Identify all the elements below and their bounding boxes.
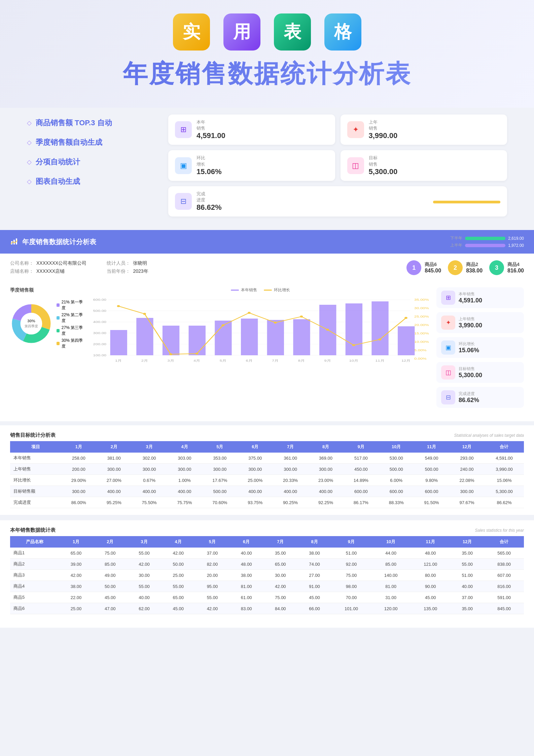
cell-value: 838.00 [484, 559, 524, 570]
legend-q1: 21% 第一季度 [57, 299, 84, 311]
stat-label-growth: 环比增长 [197, 155, 222, 167]
cell-value: 369.00 [308, 453, 344, 464]
main-title: 年度销售数据统计分析表 [20, 57, 514, 91]
col-mar: 3月 [132, 441, 167, 453]
cell-value: 66.00 [297, 603, 331, 614]
cell-value: 50.00 [93, 581, 127, 592]
cell-value: 530.00 [379, 453, 414, 464]
col-p-may: 5月 [195, 536, 229, 548]
col-feb: 2月 [96, 441, 132, 453]
stat-value-completion: 86.62% [197, 203, 222, 212]
sales-target-table-title: 销售目标统计分析表 [10, 432, 56, 438]
mini-stat-current-year: ⊞ 本年销售 4,591.00 [436, 287, 524, 308]
company-info: 公司名称： XXXXXXX公司有限公司 店铺名称： XXXXXX店铺 统计人员：… [10, 260, 148, 275]
legend-q3: 27% 第三季度 [57, 325, 84, 336]
svg-text:7月: 7月 [272, 359, 279, 362]
top3-info-2: 商品2 838.00 [466, 262, 483, 274]
cell-value: 85.00 [371, 559, 411, 570]
col-p-jan: 1月 [59, 536, 93, 548]
cell-value: 500.00 [202, 486, 238, 497]
bar-line-chart: 600.00 500.00 400.00 300.00 200.00 100.0… [91, 296, 430, 363]
bar-mar [163, 326, 179, 355]
diamond-icon-2: ◇ [27, 139, 32, 146]
cell-value: 55.00 [127, 581, 161, 592]
sales-target-tbody: 本年销售258.00381.00302.00303.00353.00375.00… [10, 453, 524, 508]
col-aug: 8月 [308, 441, 344, 453]
mini-value-1: 4,591.00 [459, 297, 482, 304]
stat-label-last-year: 上年销售 [369, 119, 398, 131]
cell-value: 48.00 [411, 548, 450, 559]
dot-feb [143, 313, 146, 315]
sales-target-header-row: 项目 1月 2月 3月 4月 5月 6月 7月 8月 9月 10月 11月 12… [10, 441, 524, 453]
cell-value: 75.00 [93, 548, 127, 559]
mini-icon-5: ⊟ [441, 390, 455, 404]
dot-mar [169, 353, 172, 355]
svg-text:15.00%: 15.00% [414, 332, 429, 335]
dot-oct [352, 344, 355, 346]
company-name-value: XXXXXXX公司有限公司 [36, 260, 86, 266]
donut-section: 季度销售额 30% 第四季度 [10, 287, 84, 408]
product-sales-table-title: 本年销售数据统计表 [10, 527, 56, 533]
cell-value: 303.00 [167, 453, 202, 464]
cell-value: 61.00 [229, 592, 263, 603]
stats-right: ⊞ 本年销售 4,591.00 ✦ 上年销售 3,990.00 ▣ [436, 287, 524, 408]
growth-line [118, 306, 406, 354]
header-icon-2: 用 [223, 13, 260, 51]
col-oct: 10月 [379, 441, 414, 453]
cell-value: 92.00 [331, 559, 371, 570]
col-may: 5月 [202, 441, 238, 453]
cell-value: 300.00 [132, 464, 167, 475]
cell-value: 50.00 [161, 559, 195, 570]
top3-name-1: 商品6 [425, 262, 441, 268]
bar-dec [398, 326, 415, 355]
cell-label: 本年销售 [10, 453, 61, 464]
stat-label-completion: 完成进度 [197, 191, 222, 203]
year-label: 当前年份： [107, 268, 130, 274]
cell-value: 47.00 [93, 603, 127, 614]
col-p-total: 合计 [484, 536, 524, 548]
col-p-oct: 10月 [371, 536, 411, 548]
cell-value: 70.60% [202, 497, 238, 508]
cell-value: 40.00 [229, 548, 263, 559]
cell-value: 25.00 [59, 603, 93, 614]
donut-legend: 21% 第一季度 22% 第二季度 27% 第三季度 30% 第四季度 [57, 299, 84, 351]
cell-value: 200.00 [61, 464, 96, 475]
mini-icon-2: ✦ [441, 316, 455, 330]
mini-value-5: 86.62% [459, 397, 479, 404]
cell-value: 45.00 [411, 592, 450, 603]
top3-card-3: 3 商品4 816.00 [489, 260, 524, 275]
table-row: 完成进度86.00%95.25%75.50%75.75%70.60%93.75%… [10, 497, 524, 508]
top3-card-1: 1 商品6 845.00 [406, 260, 441, 275]
cell-label: 商品4 [10, 581, 59, 592]
stat-card-completion: ⊟ 完成进度 86.62% [168, 186, 507, 217]
stat-value-last-year: 3,990.00 [369, 131, 398, 140]
cell-label: 完成进度 [10, 497, 61, 508]
cell-value: 85.00 [93, 559, 127, 570]
stat-icon-last-year: ✦ [347, 121, 364, 138]
stat-info-last-year: 上年销售 3,990.00 [369, 119, 398, 140]
company-name-label: 公司名称： [10, 260, 34, 266]
bar-jul [267, 320, 284, 355]
cell-value: 14.89% [343, 475, 379, 486]
legend-item-second-half: 下半年 2,619.00 [450, 235, 524, 241]
svg-text:25.00%: 25.00% [414, 315, 429, 318]
cell-value: 40.00 [450, 581, 484, 592]
cell-value: 500.00 [414, 464, 449, 475]
cell-value: 293.00 [449, 453, 485, 464]
cell-value: 0.67% [132, 475, 167, 486]
cell-value: 42.00 [263, 581, 297, 592]
cell-value: 121.00 [411, 559, 450, 570]
rank-1-circle: 1 [406, 260, 421, 275]
cell-value: 42.00 [161, 548, 195, 559]
stats-grid: ⊞ 本年销售 4,591.00 ✦ 上年销售 3,990.00 ▣ 环比增长 1… [168, 114, 507, 217]
feature-label-1: 商品销售额 TOP.3 自动 [36, 118, 112, 128]
col-p-sep: 9月 [331, 536, 371, 548]
feature-1: ◇ 商品销售额 TOP.3 自动 [27, 118, 155, 128]
dot-apr [195, 353, 199, 355]
feature-2: ◇ 季度销售额自动生成 [27, 137, 155, 147]
cell-value: 35.00 [263, 548, 297, 559]
cell-value: 517.00 [343, 453, 379, 464]
cell-value: 120.00 [371, 603, 411, 614]
cell-value: 95.25% [96, 497, 132, 508]
diamond-icon-3: ◇ [27, 158, 32, 166]
